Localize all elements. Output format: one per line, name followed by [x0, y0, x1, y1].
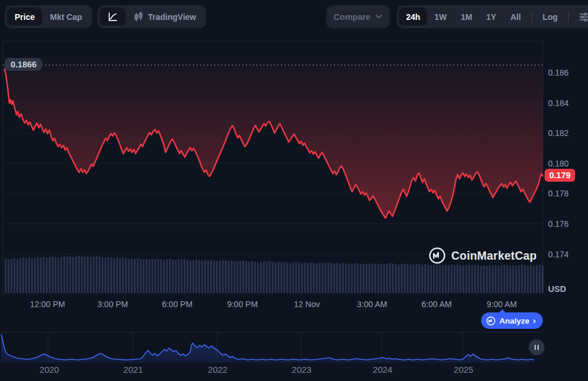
- range-button-1w[interactable]: 1W: [427, 8, 454, 26]
- tradingview-chart-type-button[interactable]: TradingView: [126, 8, 204, 26]
- range-button-all[interactable]: All: [503, 8, 528, 26]
- price-tab[interactable]: Price: [7, 8, 42, 26]
- y-axis-tick: 0.176: [548, 219, 586, 229]
- minimap-year-tick: 2020: [39, 365, 59, 375]
- toolbar-divider: [532, 12, 532, 22]
- chevron-down-icon: [376, 15, 382, 19]
- minimap-year-tick: 2025: [454, 365, 473, 375]
- y-axis-tick: 0.186: [548, 68, 586, 77]
- range-button-24h[interactable]: 24h: [399, 8, 427, 26]
- time-range-group: 24h1W1M1YAll Log: [397, 5, 588, 28]
- analyze-chevron-icon: ›: [533, 315, 536, 325]
- minimap-line: [1, 334, 534, 360]
- y-axis-tick: 0.174: [548, 250, 586, 259]
- sliders-icon: [578, 11, 588, 23]
- minimap-year-tick: 2024: [373, 365, 392, 375]
- analyze-logo-icon: [486, 316, 496, 326]
- x-axis-tick: 3:00 AM: [357, 300, 387, 309]
- compare-label: Compare: [334, 12, 371, 22]
- analyze-pointer: [499, 309, 506, 313]
- y-axis-tick: 0.184: [548, 98, 586, 108]
- x-axis-tick: 6:00 AM: [421, 300, 451, 309]
- x-axis-tick: 3:00 PM: [97, 300, 128, 309]
- minimap-year-tick: 2022: [208, 365, 227, 375]
- chart-settings-button[interactable]: [572, 8, 588, 26]
- log-scale-button[interactable]: Log: [536, 8, 565, 26]
- line-chart-icon: [107, 11, 119, 23]
- x-axis-tick: 12:00 PM: [30, 300, 65, 309]
- analyze-label: Analyze: [499, 317, 529, 325]
- y-axis-tick: 0.178: [548, 189, 586, 198]
- price-chart-page: Price Mkt Cap TradingView Compare 24h1W1…: [0, 0, 588, 381]
- mktcap-tab[interactable]: Mkt Cap: [42, 8, 89, 26]
- minimap-year-tick: 2023: [292, 365, 311, 375]
- minimap-range-selector[interactable]: [0, 330, 546, 364]
- price-mktcap-toggle: Price Mkt Cap: [5, 5, 92, 28]
- x-axis-tick: 6:00 PM: [162, 300, 192, 309]
- analyze-button[interactable]: Analyze ›: [481, 312, 543, 329]
- chart-type-toggle: TradingView: [97, 5, 206, 28]
- tradingview-label: TradingView: [148, 12, 196, 22]
- coinmarketcap-logo-icon: [428, 247, 446, 264]
- x-axis-tick: 9:00 PM: [227, 300, 258, 309]
- range-button-1y[interactable]: 1Y: [479, 8, 503, 26]
- y-axis-tick: 0.182: [548, 128, 586, 138]
- log-label: Log: [543, 12, 558, 22]
- x-axis-tick: 12 Nov: [294, 300, 320, 309]
- price-tab-label: Price: [15, 12, 35, 22]
- x-axis-tick: 9:00 AM: [486, 300, 516, 309]
- line-chart-type-button[interactable]: [100, 8, 126, 26]
- high-price-badge: 0.1866: [5, 58, 42, 71]
- last-price-badge: 0.179: [545, 169, 575, 182]
- y-axis-tick: 0.180: [548, 159, 586, 168]
- coinmarketcap-watermark: CoinMarketCap: [428, 247, 537, 264]
- mktcap-tab-label: Mkt Cap: [50, 12, 82, 22]
- toolbar-divider: [568, 12, 569, 22]
- minimap-drag-handle[interactable]: [529, 339, 545, 355]
- minimap-area-fill: [1, 334, 534, 363]
- minimap-gridlines: [0, 332, 543, 363]
- candlestick-icon: [133, 11, 144, 23]
- compare-button[interactable]: Compare: [326, 5, 390, 28]
- watermark-label: CoinMarketCap: [451, 249, 537, 263]
- minimap-year-tick: 2021: [123, 365, 143, 375]
- range-button-1m[interactable]: 1M: [454, 8, 479, 26]
- time-range-buttons: 24h1W1M1YAll: [399, 8, 528, 26]
- y-axis-unit: USD: [548, 284, 566, 294]
- price-area-fill: [5, 56, 543, 218]
